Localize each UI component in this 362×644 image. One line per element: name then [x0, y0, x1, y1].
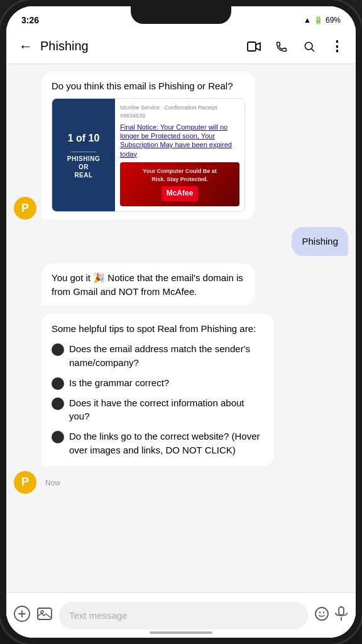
card-image: Your Computer Could Be atRisk. Stay Prot… — [120, 162, 239, 206]
email-card: 1 of 10 PHISHINGORREAL McAfee Service · … — [52, 98, 245, 212]
screen-content: 3:26 ▲ 🔋 69% ← Phishing — [6, 6, 356, 638]
add-button[interactable] — [14, 606, 30, 626]
tip-dot-4 — [52, 431, 64, 443]
tip-item-2: Is the grammar correct? — [52, 376, 264, 390]
tip-item-4: Do the links go to the correct website? … — [52, 430, 264, 457]
home-indicator — [150, 631, 212, 634]
card-image-text: Your Computer Could Be atRisk. Stay Prot… — [143, 167, 216, 184]
search-button[interactable] — [298, 35, 321, 58]
message-text-2: Phishing — [302, 236, 338, 247]
tip-item-1: Does the email address match the sender'… — [52, 342, 264, 370]
svg-point-5 — [315, 608, 328, 620]
avatar-timestamp-row: P Now — [14, 471, 348, 496]
tips-bubble: Some helpful tips to spot Real from Phis… — [41, 313, 274, 465]
back-button[interactable]: ← — [14, 33, 38, 60]
bubble-2: Phishing — [292, 227, 348, 256]
tip-text-1: Does the email address match the sender'… — [69, 342, 264, 370]
phone-call-button[interactable] — [270, 35, 293, 58]
svg-point-6 — [319, 611, 321, 613]
app-bar-icons: ⋮ — [243, 35, 348, 58]
svg-rect-8 — [339, 607, 344, 615]
more-options-button[interactable]: ⋮ — [326, 35, 348, 58]
message-input-wrap[interactable]: Text message — [59, 602, 308, 630]
message-text-3: You got it 🎉 Notice that the email's dom… — [52, 272, 243, 297]
battery-icon: 🔋 — [314, 16, 323, 25]
tip-text-3: Does it have the correct information abo… — [69, 396, 264, 424]
mcafee-logo: McAfee — [162, 186, 199, 201]
message-timestamp: Now — [45, 479, 60, 487]
tip-text-2: Is the grammar correct? — [69, 376, 169, 390]
avatar-1: P — [14, 197, 36, 219]
mic-button[interactable] — [334, 606, 348, 625]
card-title: Final Notice: Your Computer will no long… — [120, 123, 239, 158]
image-button[interactable] — [36, 606, 53, 626]
avatar-4: P — [14, 471, 36, 494]
card-count: 1 of 10 — [68, 131, 100, 145]
card-right: McAfee Service · Confirmation Receipt #8… — [115, 99, 244, 211]
tip-text-4: Do the links go to the correct website? … — [69, 430, 264, 457]
tip-dot-3 — [52, 397, 64, 410]
notch — [131, 6, 231, 24]
tip-dot-1 — [52, 343, 64, 356]
svg-point-7 — [323, 611, 324, 613]
message-row-2: Phishing — [14, 227, 348, 256]
tips-intro: Some helpful tips to spot Real from Phis… — [52, 322, 264, 336]
message-row-3: You got it 🎉 Notice that the email's dom… — [14, 264, 348, 306]
tip-item-3: Does it have the correct information abo… — [52, 396, 264, 424]
bottom-right-icons — [314, 606, 348, 625]
svg-rect-0 — [248, 42, 256, 51]
message-row-1: P Do you think this email is Phishing or… — [14, 72, 348, 219]
emoji-button[interactable] — [314, 606, 329, 625]
video-call-button[interactable] — [243, 35, 265, 58]
app-bar: ← Phishing — [6, 29, 356, 64]
bubble-3: You got it 🎉 Notice that the email's dom… — [41, 264, 255, 306]
card-label: PHISHINGORREAL — [67, 155, 100, 179]
status-icons: ▲ 🔋 69% — [304, 16, 341, 25]
battery-percent: 69% — [326, 16, 341, 25]
svg-rect-3 — [38, 608, 52, 619]
app-bar-title: Phishing — [40, 39, 243, 53]
message-input-placeholder[interactable]: Text message — [69, 610, 128, 621]
phone-frame: 3:26 ▲ 🔋 69% ← Phishing — [0, 0, 362, 644]
message-text-1: Do you think this email is Phishing or R… — [52, 80, 233, 91]
message-row-4: Some helpful tips to spot Real from Phis… — [14, 313, 348, 468]
tip-dot-2 — [52, 377, 64, 390]
status-time: 3:26 — [21, 15, 39, 25]
signal-icon: ▲ — [304, 16, 311, 25]
bubble-1: Do you think this email is Phishing or R… — [41, 72, 255, 219]
chat-area[interactable]: P Do you think this email is Phishing or… — [6, 64, 356, 638]
card-left: 1 of 10 PHISHINGORREAL — [52, 99, 115, 211]
card-header: McAfee Service · Confirmation Receipt #8… — [120, 104, 239, 120]
